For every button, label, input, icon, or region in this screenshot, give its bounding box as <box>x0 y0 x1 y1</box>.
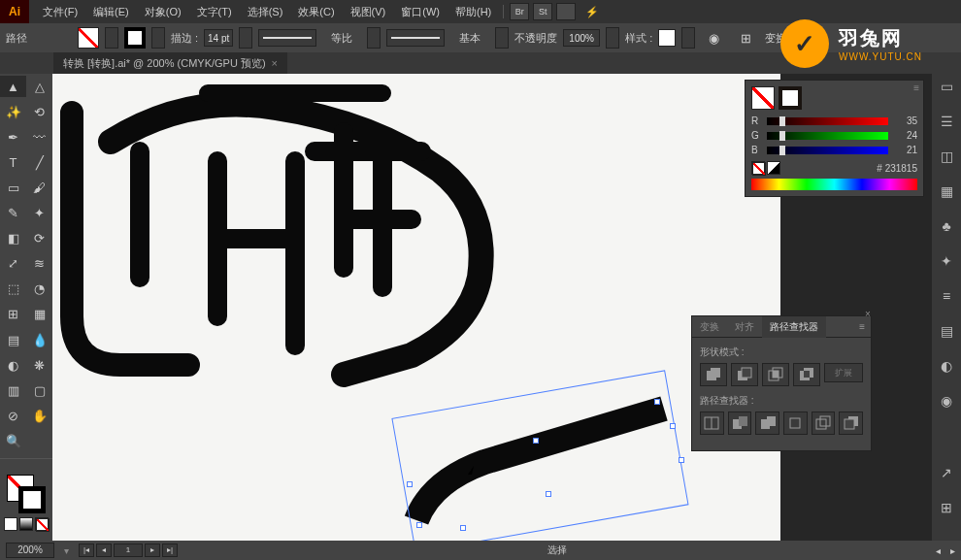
stroke-dropdown[interactable] <box>151 27 165 49</box>
outline-button[interactable] <box>812 412 836 435</box>
align-icon[interactable]: ⊞ <box>733 27 759 49</box>
zoom-input[interactable]: 200% <box>6 543 54 558</box>
scroll-right-btn[interactable]: ▸ <box>950 545 955 556</box>
pen-tool[interactable]: ✒ <box>0 126 26 148</box>
stroke-preview[interactable] <box>779 86 802 110</box>
eyedropper-tool[interactable]: 💧 <box>26 329 52 350</box>
trim-button[interactable] <box>728 412 752 435</box>
lasso-tool[interactable]: ⟲ <box>26 101 52 122</box>
type-tool[interactable]: T <box>0 151 26 173</box>
stroke-color-box[interactable] <box>18 486 46 513</box>
menu-effect[interactable]: 效果(C) <box>290 5 342 19</box>
fill-preview[interactable] <box>751 86 775 110</box>
eraser-tool[interactable]: ◧ <box>0 228 26 249</box>
selection-handle[interactable] <box>654 399 660 405</box>
first-artboard-btn[interactable]: |◂ <box>79 544 94 557</box>
transparency-panel-icon[interactable]: ◐ <box>937 357 956 375</box>
selection-handle[interactable] <box>533 438 539 444</box>
selection-handle[interactable] <box>460 525 466 531</box>
shape-builder-tool[interactable]: ◔ <box>26 279 52 300</box>
panel-close-icon[interactable]: × <box>865 309 875 318</box>
g-slider[interactable] <box>767 132 888 140</box>
bw-swatch[interactable] <box>767 161 780 175</box>
r-value[interactable]: 35 <box>894 115 917 126</box>
selection-handle[interactable] <box>407 481 413 487</box>
width-tool[interactable]: ≋ <box>26 253 52 275</box>
unite-button[interactable] <box>700 363 727 386</box>
shaper-tool[interactable]: ✦ <box>26 203 52 224</box>
blend-tool[interactable]: ◐ <box>0 354 26 376</box>
expand-button[interactable]: 扩展 <box>824 363 863 382</box>
g-value[interactable]: 24 <box>894 130 917 141</box>
style-swatch[interactable] <box>658 29 676 47</box>
arrange-icon[interactable] <box>556 3 576 20</box>
color-mode-btn[interactable] <box>4 517 17 531</box>
hand-tool[interactable]: ✋ <box>26 405 52 426</box>
none-swatch[interactable] <box>751 161 765 175</box>
brushes-panel-icon[interactable]: ♣ <box>937 217 956 235</box>
merge-button[interactable] <box>755 412 779 435</box>
selected-object[interactable] <box>392 371 688 541</box>
stroke-panel-icon[interactable]: ≡ <box>937 287 956 305</box>
stroke-swatch[interactable] <box>124 27 146 49</box>
scroll-left-btn[interactable]: ◂ <box>936 545 941 556</box>
paintbrush-tool[interactable]: 🖌 <box>26 177 52 198</box>
menu-object[interactable]: 对象(O) <box>137 5 189 19</box>
document-tab[interactable]: 转换 [转换].ai* @ 200% (CMYK/GPU 预览) × <box>53 52 287 74</box>
pencil-tool[interactable]: ✎ <box>0 203 26 224</box>
brush-dropdown[interactable] <box>495 27 509 49</box>
menu-help[interactable]: 帮助(H) <box>447 5 499 19</box>
menu-view[interactable]: 视图(V) <box>343 5 394 19</box>
selection-handle[interactable] <box>679 457 684 463</box>
magic-wand-tool[interactable]: ✨ <box>0 101 26 122</box>
artboard-number[interactable]: 1 <box>114 544 143 557</box>
prev-artboard-btn[interactable]: ◂ <box>96 544 112 557</box>
brush-basic[interactable] <box>386 29 445 47</box>
close-tab-icon[interactable]: × <box>272 57 278 69</box>
gradient-panel-icon[interactable]: ▤ <box>937 322 956 340</box>
symbol-sprayer-tool[interactable]: ❋ <box>26 354 52 376</box>
menu-window[interactable]: 窗口(W) <box>393 5 447 19</box>
menu-file[interactable]: 文件(F) <box>35 5 85 19</box>
profile-uniform[interactable] <box>258 29 316 47</box>
selection-tool[interactable]: ▲ <box>0 76 26 97</box>
fill-stroke-swatches[interactable] <box>0 465 52 541</box>
divide-button[interactable] <box>700 412 724 435</box>
graph-tool[interactable]: ▥ <box>0 379 26 401</box>
transform-tab[interactable]: 变换 <box>692 316 727 338</box>
menu-select[interactable]: 选择(S) <box>240 5 291 19</box>
opacity-input[interactable]: 100% <box>563 29 600 47</box>
swatches-panel-icon[interactable]: ▦ <box>937 182 956 200</box>
scale-tool[interactable]: ⤢ <box>0 253 26 275</box>
intersect-button[interactable] <box>762 363 789 386</box>
artboard-tool[interactable]: ▢ <box>26 379 52 401</box>
fill-dropdown[interactable] <box>105 27 118 49</box>
symbols-panel-icon[interactable]: ✦ <box>937 252 956 270</box>
curvature-tool[interactable]: 〰 <box>26 126 52 148</box>
properties-panel-icon[interactable]: ▭ <box>937 78 956 95</box>
opacity-dropdown[interactable] <box>606 27 619 49</box>
hex-value[interactable]: 231815 <box>885 163 917 174</box>
mesh-tool[interactable]: ▦ <box>26 304 52 325</box>
direct-selection-tool[interactable]: △ <box>26 76 52 97</box>
gradient-tool[interactable]: ▤ <box>0 329 26 350</box>
panel-menu-icon[interactable]: ≡ <box>853 321 871 332</box>
rectangle-tool[interactable]: ▭ <box>0 177 26 198</box>
selection-handle[interactable] <box>670 423 676 429</box>
last-artboard-btn[interactable]: ▸| <box>162 544 178 557</box>
panel-menu-icon[interactable]: ≡ <box>913 82 919 93</box>
pathfinder-tab[interactable]: 路径查找器 <box>762 316 826 338</box>
next-artboard-btn[interactable]: ▸ <box>145 544 160 557</box>
libraries-panel-icon[interactable]: ◫ <box>937 148 956 165</box>
free-transform-tool[interactable]: ⬚ <box>0 279 26 300</box>
profile-dropdown[interactable] <box>367 27 381 49</box>
color-spectrum[interactable] <box>751 179 917 190</box>
r-slider[interactable] <box>767 117 888 125</box>
minus-back-button[interactable] <box>839 412 863 435</box>
menu-edit[interactable]: 编辑(E) <box>85 5 137 19</box>
none-mode-btn[interactable] <box>35 517 49 531</box>
zoom-tool[interactable]: 🔍 <box>0 431 26 452</box>
stroke-width-input[interactable]: 14 pt <box>204 29 233 47</box>
selection-handle[interactable] <box>416 522 422 528</box>
stock-icon[interactable]: St <box>533 3 552 20</box>
